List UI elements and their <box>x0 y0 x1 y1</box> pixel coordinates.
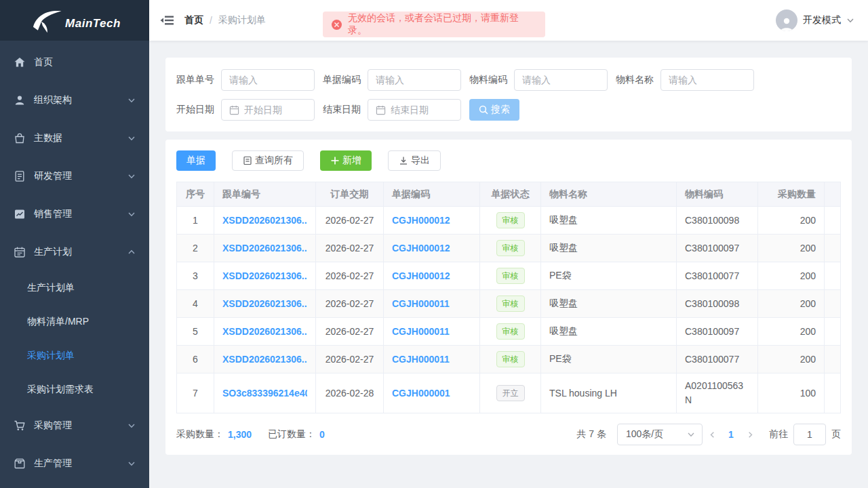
goto-page-input[interactable] <box>793 424 826 445</box>
order_no-link[interactable]: XSDD2026021306.. <box>222 298 307 309</box>
cell-status: 审核 <box>480 235 541 262</box>
cell-material_code: C380100097 <box>677 235 758 262</box>
doc_no-link[interactable]: CGJH000012 <box>392 243 471 253</box>
cell-order_no: XSDD2026021306.. <box>214 235 316 262</box>
cell-order_no: XSDD2026021306.. <box>214 207 316 235</box>
order_no-link[interactable]: XSDD2026021306.. <box>222 215 307 226</box>
cell-order_no: XSDD2026021306.. <box>214 262 316 290</box>
user-mode-label: 开发模式 <box>803 14 841 26</box>
sidebar-item-label: 生产管理 <box>34 458 127 470</box>
cell-delivery_date: 2026-02-27 <box>316 235 384 262</box>
order_no-link[interactable]: SO3c833396214e40 <box>222 388 307 399</box>
prev-page-button[interactable] <box>703 424 722 445</box>
cell-seq: 2 <box>177 235 214 262</box>
sidebar-item-7[interactable]: 生产管理 <box>0 445 149 483</box>
doc-code-input[interactable] <box>376 75 453 85</box>
order_no-link[interactable]: XSDD2026021306.. <box>222 326 307 337</box>
cell-qty: 200 <box>758 235 825 262</box>
page-size-select[interactable]: 100条/页 <box>617 424 703 445</box>
chevron-down-icon <box>127 210 136 218</box>
material-name-input[interactable] <box>669 75 746 85</box>
cell-qty: 200 <box>758 290 825 318</box>
sidebar-item-6[interactable]: 采购管理 <box>0 407 149 445</box>
search-icon <box>479 105 488 115</box>
page-suffix: 页 <box>831 428 841 441</box>
bag-icon <box>14 132 26 144</box>
sidebar-item-2[interactable]: 主数据 <box>0 119 149 157</box>
table-row: 6XSDD2026021306..2026-02-27CGJH000011审核P… <box>177 346 841 373</box>
add-button[interactable]: 新增 <box>320 150 372 171</box>
filter-label: 物料名称 <box>616 74 660 86</box>
column-header-qty: 采购数量 <box>758 182 825 207</box>
sidebar-item-4[interactable]: 销售管理 <box>0 195 149 233</box>
sidebar-item-label: 组织架构 <box>34 94 127 106</box>
sidebar-item-1[interactable]: 组织架构 <box>0 81 149 119</box>
next-page-button[interactable] <box>741 424 760 445</box>
doc_no-link[interactable]: CGJH000011 <box>392 326 471 337</box>
cell-delivery_date: 2026-02-27 <box>316 290 384 318</box>
cell-doc_no: CGJH000012 <box>384 207 480 235</box>
sidebar-subitem-5-2[interactable]: 采购计划单 <box>0 339 149 373</box>
breadcrumb: 首页 / 采购计划单 <box>184 14 266 26</box>
current-page[interactable]: 1 <box>722 429 741 440</box>
search-button[interactable]: 搜索 <box>469 99 519 121</box>
cell-doc_no: CGJH000011 <box>384 318 480 346</box>
sidebar-item-label: 采购管理 <box>34 420 127 432</box>
cell-seq: 7 <box>177 373 214 413</box>
document-icon <box>14 170 26 182</box>
sidebar-subitem-5-0[interactable]: 生产计划单 <box>0 271 149 305</box>
sidebar-item-3[interactable]: 研发管理 <box>0 157 149 195</box>
purchase-qty-value: 1,300 <box>228 429 252 440</box>
doc_no-link[interactable]: CGJH000012 <box>392 270 471 281</box>
sidebar: MainTech 首页组织架构主数据研发管理销售管理生产计划生产计划单物料清单/… <box>0 0 149 488</box>
sidebar-submenu: 生产计划单物料清单/MRP采购计划单采购计划需求表 <box>0 271 149 407</box>
plus-icon <box>330 156 340 165</box>
query-all-button[interactable]: 查询所有 <box>232 150 304 171</box>
alert-message: 无效的会话，或者会话已过期，请重新登录。 <box>348 12 536 37</box>
topbar: 首页 / 采购计划单 无效的会话，或者会话已过期，请重新登录。 开发模式 <box>149 0 868 41</box>
sidebar-item-0[interactable]: 首页 <box>0 43 149 81</box>
cell-seq: 1 <box>177 207 214 235</box>
cell-status: 开立 <box>480 373 541 413</box>
order-no-input[interactable] <box>229 75 307 85</box>
page-content: 跟单单号 单据编码 物料编码 物料名称 开始日期 <box>149 41 868 488</box>
menu-fold-icon[interactable] <box>160 14 174 27</box>
cell-material_code: A0201100563N <box>677 373 758 413</box>
column-header-material_name: 物料名称 <box>541 182 677 207</box>
sidebar-subitem-5-1[interactable]: 物料清单/MRP <box>0 305 149 339</box>
sidebar-item-label: 主数据 <box>34 132 127 144</box>
sidebar-menu: 首页组织架构主数据研发管理销售管理生产计划生产计划单物料清单/MRP采购计划单采… <box>0 41 149 483</box>
table-row: 3XSDD2026021306..2026-02-27CGJH000012审核P… <box>177 262 841 290</box>
order_no-link[interactable]: XSDD2026021306.. <box>222 270 307 281</box>
doc-button[interactable]: 单据 <box>176 150 216 171</box>
sidebar-subitem-5-3[interactable]: 采购计划需求表 <box>0 373 149 407</box>
cell-qty: 200 <box>758 207 825 235</box>
cell-delivery_date: 2026-02-27 <box>316 318 384 346</box>
document-icon <box>243 156 252 165</box>
doc_no-link[interactable]: CGJH000001 <box>392 388 471 399</box>
cart-icon <box>14 420 26 432</box>
doc_no-link[interactable]: CGJH000011 <box>392 298 471 309</box>
brand-swoosh-icon <box>28 6 64 36</box>
breadcrumb-home[interactable]: 首页 <box>184 14 203 26</box>
column-header-order_no: 跟单编号 <box>214 182 316 207</box>
end-date-input[interactable] <box>391 104 453 115</box>
total-count: 共 7 条 <box>576 428 606 441</box>
brand-name: MainTech <box>65 17 121 30</box>
order_no-link[interactable]: XSDD2026021306.. <box>222 354 307 365</box>
cell-material_code: C380100098 <box>677 207 758 235</box>
cell-material_code: C380100097 <box>677 318 758 346</box>
column-header-filler <box>825 182 841 207</box>
export-button[interactable]: 导出 <box>388 150 441 171</box>
start-date-input[interactable] <box>244 104 307 115</box>
doc_no-link[interactable]: CGJH000011 <box>392 354 471 365</box>
sidebar-item-5[interactable]: 生产计划 <box>0 233 149 271</box>
pagination: 共 7 条 100条/页 1 前往 页 <box>576 424 841 445</box>
material-code-input[interactable] <box>522 75 599 85</box>
calendar-icon <box>376 105 386 115</box>
doc_no-link[interactable]: CGJH000012 <box>392 215 471 226</box>
order_no-link[interactable]: XSDD2026021306.. <box>222 243 307 253</box>
avatar <box>776 9 797 31</box>
user-icon <box>14 94 26 106</box>
user-menu[interactable]: 开发模式 <box>776 9 854 31</box>
